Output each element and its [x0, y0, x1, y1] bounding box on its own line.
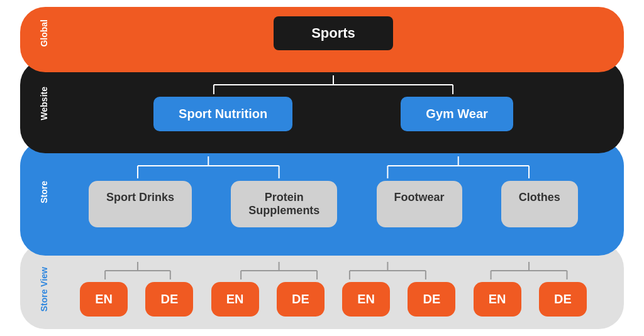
storeview-layer: Store View [20, 243, 624, 329]
badge-en-4: EN [474, 282, 521, 317]
clothes-node: Clothes [501, 181, 578, 227]
footwear-node: Footwear [377, 181, 462, 227]
store-connectors-svg [62, 156, 605, 178]
badge-de-4: DE [539, 282, 587, 317]
gym-wear-node: Gym Wear [401, 97, 513, 131]
website-nodes-row: Sport Nutrition Gym Wear [62, 97, 605, 131]
store-nodes-row: Sport Drinks Protein Supplements Footwea… [62, 181, 605, 227]
badge-en-1: EN [80, 282, 128, 317]
badge-de-1: DE [145, 282, 193, 317]
website-layer: Website Sport Nutrition Gym Wear [20, 60, 624, 153]
protein-supplements-node: Protein Supplements [231, 181, 337, 227]
website-label: Website [39, 87, 49, 120]
global-content: Sports [62, 16, 605, 50]
sport-nutrition-node: Sport Nutrition [153, 97, 292, 131]
storeview-badges-row: EN DE EN DE EN DE EN DE [62, 282, 605, 317]
storeview-label: Store View [39, 267, 49, 312]
storeview-connectors-svg [62, 262, 605, 279]
website-content: Sport Nutrition Gym Wear [62, 75, 605, 131]
badge-de-3: DE [408, 282, 455, 317]
badge-en-3: EN [342, 282, 390, 317]
global-layer: Global Sports [20, 7, 624, 72]
global-label: Global [39, 19, 49, 47]
diagram-wrapper: Global Sports Website Sport Nutrition Gy… [20, 7, 624, 329]
sports-node: Sports [274, 16, 393, 50]
store-layer: Store Sport Drinks Protein Supplements F… [20, 141, 624, 256]
website-connectors-svg [62, 75, 605, 94]
store-content: Sport Drinks Protein Supplements Footwea… [62, 156, 605, 227]
store-label: Store [39, 181, 49, 203]
badge-en-2: EN [211, 282, 259, 317]
sport-drinks-node: Sport Drinks [89, 181, 192, 227]
badge-de-2: DE [277, 282, 325, 317]
storeview-content: EN DE EN DE EN DE EN DE [62, 262, 605, 317]
